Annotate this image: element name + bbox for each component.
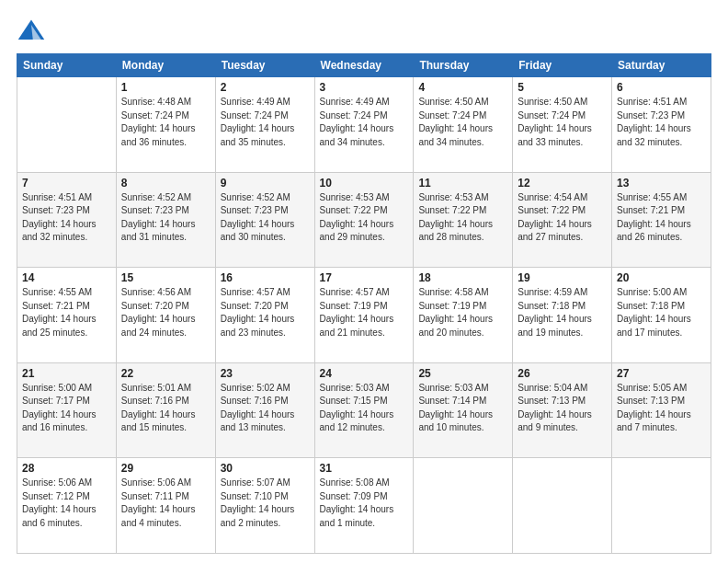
cell-info-text: Sunrise: 4:49 AM Sunset: 7:24 PM Dayligh… (221, 96, 310, 149)
cell-info-text: Sunrise: 4:53 AM Sunset: 7:22 PM Dayligh… (418, 191, 507, 245)
calendar-cell: 15Sunrise: 4:56 AM Sunset: 7:20 PM Dayli… (116, 268, 215, 363)
cell-info-text: Sunrise: 4:52 AM Sunset: 7:23 PM Dayligh… (221, 191, 310, 245)
cell-info-text: Sunrise: 4:55 AM Sunset: 7:21 PM Dayligh… (22, 286, 111, 339)
calendar-cell: 22Sunrise: 5:01 AM Sunset: 7:16 PM Dayli… (116, 362, 215, 458)
cell-info-text: Sunrise: 5:08 AM Sunset: 7:09 PM Dayligh… (320, 477, 409, 530)
calendar-cell: 4Sunrise: 4:50 AM Sunset: 7:24 PM Daylig… (414, 77, 513, 173)
cell-day-number: 3 (320, 81, 409, 94)
calendar-cell: 7Sunrise: 4:51 AM Sunset: 7:23 PM Daylig… (17, 172, 117, 268)
cell-info-text: Sunrise: 5:04 AM Sunset: 7:13 PM Dayligh… (518, 382, 607, 435)
calendar-cell (17, 77, 117, 173)
calendar-cell: 30Sunrise: 5:07 AM Sunset: 7:10 PM Dayli… (215, 458, 314, 554)
calendar-cell: 10Sunrise: 4:53 AM Sunset: 7:22 PM Dayli… (314, 172, 414, 268)
cell-info-text: Sunrise: 4:53 AM Sunset: 7:22 PM Dayligh… (320, 191, 409, 245)
cell-day-number: 2 (221, 81, 310, 94)
logo (17, 17, 50, 46)
cell-info-text: Sunrise: 4:50 AM Sunset: 7:24 PM Dayligh… (518, 96, 607, 149)
cell-info-text: Sunrise: 4:51 AM Sunset: 7:23 PM Dayligh… (22, 191, 111, 245)
page: SundayMondayTuesdayWednesdayThursdayFrid… (0, 0, 728, 563)
cell-day-number: 31 (320, 462, 409, 475)
cell-info-text: Sunrise: 4:58 AM Sunset: 7:19 PM Dayligh… (418, 286, 507, 339)
cell-day-number: 29 (121, 462, 210, 475)
cell-info-text: Sunrise: 5:07 AM Sunset: 7:10 PM Dayligh… (221, 477, 310, 530)
cell-day-number: 7 (22, 177, 111, 190)
cell-day-number: 27 (617, 367, 706, 380)
calendar-week-0: 1Sunrise: 4:48 AM Sunset: 7:24 PM Daylig… (17, 77, 711, 173)
cell-day-number: 24 (320, 367, 409, 380)
calendar-cell: 19Sunrise: 4:59 AM Sunset: 7:18 PM Dayli… (513, 268, 612, 363)
cell-info-text: Sunrise: 5:03 AM Sunset: 7:14 PM Dayligh… (418, 382, 507, 435)
cell-info-text: Sunrise: 4:49 AM Sunset: 7:24 PM Dayligh… (320, 96, 409, 149)
calendar-cell: 23Sunrise: 5:02 AM Sunset: 7:16 PM Dayli… (215, 362, 314, 458)
calendar-week-4: 28Sunrise: 5:06 AM Sunset: 7:12 PM Dayli… (17, 458, 711, 554)
calendar-cell: 13Sunrise: 4:55 AM Sunset: 7:21 PM Dayli… (612, 172, 711, 268)
calendar-cell: 2Sunrise: 4:49 AM Sunset: 7:24 PM Daylig… (215, 77, 314, 173)
cell-info-text: Sunrise: 4:57 AM Sunset: 7:19 PM Dayligh… (320, 286, 409, 339)
calendar-week-2: 14Sunrise: 4:55 AM Sunset: 7:21 PM Dayli… (17, 268, 711, 363)
cell-info-text: Sunrise: 4:57 AM Sunset: 7:20 PM Dayligh… (221, 286, 310, 339)
calendar-cell: 20Sunrise: 5:00 AM Sunset: 7:18 PM Dayli… (612, 268, 711, 363)
cell-info-text: Sunrise: 5:00 AM Sunset: 7:18 PM Dayligh… (617, 286, 706, 339)
cell-info-text: Sunrise: 4:52 AM Sunset: 7:23 PM Dayligh… (121, 191, 210, 245)
cell-info-text: Sunrise: 4:56 AM Sunset: 7:20 PM Dayligh… (121, 286, 210, 339)
cell-day-number: 15 (121, 271, 210, 284)
calendar-header-friday: Friday (513, 54, 612, 77)
cell-info-text: Sunrise: 5:06 AM Sunset: 7:12 PM Dayligh… (22, 477, 111, 530)
calendar-header-saturday: Saturday (612, 54, 711, 77)
logo-icon (17, 17, 46, 46)
cell-info-text: Sunrise: 5:06 AM Sunset: 7:11 PM Dayligh… (121, 477, 210, 530)
calendar-cell: 25Sunrise: 5:03 AM Sunset: 7:14 PM Dayli… (414, 362, 513, 458)
calendar-cell: 11Sunrise: 4:53 AM Sunset: 7:22 PM Dayli… (414, 172, 513, 268)
cell-info-text: Sunrise: 4:51 AM Sunset: 7:23 PM Dayligh… (617, 96, 706, 149)
cell-day-number: 9 (221, 177, 310, 190)
calendar-table: SundayMondayTuesdayWednesdayThursdayFrid… (17, 53, 711, 554)
calendar-header-sunday: Sunday (17, 54, 117, 77)
cell-info-text: Sunrise: 4:54 AM Sunset: 7:22 PM Dayligh… (518, 191, 607, 245)
cell-day-number: 14 (22, 271, 111, 284)
calendar-cell (513, 458, 612, 554)
cell-day-number: 26 (518, 367, 607, 380)
cell-info-text: Sunrise: 4:50 AM Sunset: 7:24 PM Dayligh… (418, 96, 507, 149)
calendar-header-thursday: Thursday (414, 54, 513, 77)
cell-day-number: 12 (518, 177, 607, 190)
calendar-header-wednesday: Wednesday (314, 54, 414, 77)
cell-day-number: 1 (121, 81, 210, 94)
calendar-header-row: SundayMondayTuesdayWednesdayThursdayFrid… (17, 54, 711, 77)
calendar-cell: 17Sunrise: 4:57 AM Sunset: 7:19 PM Dayli… (314, 268, 414, 363)
calendar-cell: 18Sunrise: 4:58 AM Sunset: 7:19 PM Dayli… (414, 268, 513, 363)
calendar-week-3: 21Sunrise: 5:00 AM Sunset: 7:17 PM Dayli… (17, 362, 711, 458)
calendar-cell: 31Sunrise: 5:08 AM Sunset: 7:09 PM Dayli… (314, 458, 414, 554)
cell-day-number: 8 (121, 177, 210, 190)
cell-day-number: 22 (121, 367, 210, 380)
calendar-cell: 28Sunrise: 5:06 AM Sunset: 7:12 PM Dayli… (17, 458, 117, 554)
cell-info-text: Sunrise: 5:03 AM Sunset: 7:15 PM Dayligh… (320, 382, 409, 435)
header (17, 17, 711, 46)
cell-day-number: 19 (518, 271, 607, 284)
cell-day-number: 18 (418, 271, 507, 284)
cell-day-number: 10 (320, 177, 409, 190)
cell-day-number: 4 (418, 81, 507, 94)
cell-info-text: Sunrise: 4:55 AM Sunset: 7:21 PM Dayligh… (617, 191, 706, 245)
calendar-cell: 14Sunrise: 4:55 AM Sunset: 7:21 PM Dayli… (17, 268, 117, 363)
cell-day-number: 23 (221, 367, 310, 380)
calendar-cell: 29Sunrise: 5:06 AM Sunset: 7:11 PM Dayli… (116, 458, 215, 554)
calendar-cell: 24Sunrise: 5:03 AM Sunset: 7:15 PM Dayli… (314, 362, 414, 458)
cell-day-number: 6 (617, 81, 706, 94)
cell-day-number: 11 (418, 177, 507, 190)
calendar-cell: 26Sunrise: 5:04 AM Sunset: 7:13 PM Dayli… (513, 362, 612, 458)
calendar-cell: 16Sunrise: 4:57 AM Sunset: 7:20 PM Dayli… (215, 268, 314, 363)
calendar-cell: 12Sunrise: 4:54 AM Sunset: 7:22 PM Dayli… (513, 172, 612, 268)
cell-info-text: Sunrise: 5:00 AM Sunset: 7:17 PM Dayligh… (22, 382, 111, 435)
calendar-cell (414, 458, 513, 554)
calendar-header-monday: Monday (116, 54, 215, 77)
cell-day-number: 28 (22, 462, 111, 475)
svg-marker-1 (31, 25, 41, 40)
calendar-cell: 27Sunrise: 5:05 AM Sunset: 7:13 PM Dayli… (612, 362, 711, 458)
cell-day-number: 17 (320, 271, 409, 284)
calendar-cell: 1Sunrise: 4:48 AM Sunset: 7:24 PM Daylig… (116, 77, 215, 173)
calendar-cell: 5Sunrise: 4:50 AM Sunset: 7:24 PM Daylig… (513, 77, 612, 173)
calendar-week-1: 7Sunrise: 4:51 AM Sunset: 7:23 PM Daylig… (17, 172, 711, 268)
calendar-header-tuesday: Tuesday (215, 54, 314, 77)
cell-day-number: 13 (617, 177, 706, 190)
calendar-cell (612, 458, 711, 554)
